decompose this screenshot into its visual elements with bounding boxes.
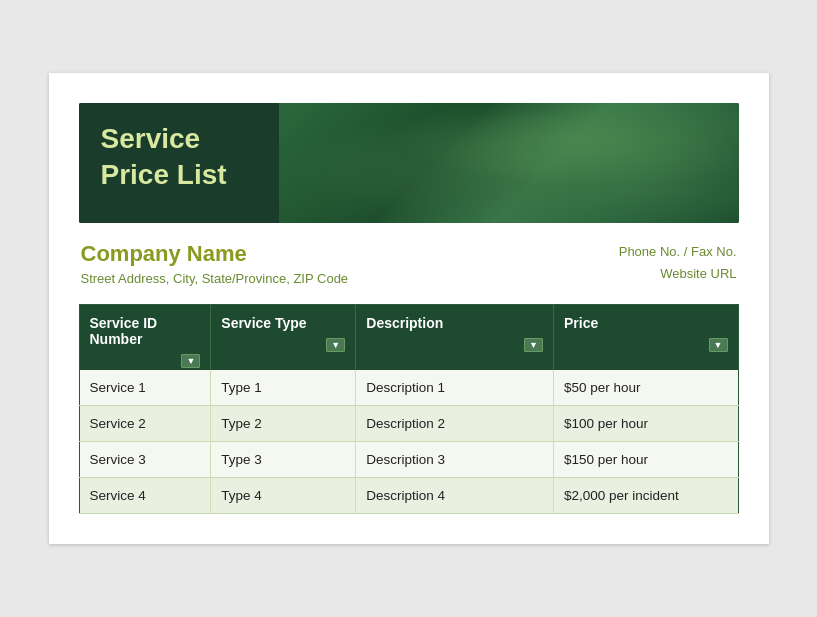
cell-id: Service 2: [79, 406, 211, 442]
table-row: Service 3Type 3Description 3$150 per hou…: [79, 442, 738, 478]
cell-type: Type 2: [211, 406, 356, 442]
company-name: Company Name: [81, 241, 349, 267]
cell-id: Service 1: [79, 370, 211, 406]
col-header-type: Service Type ▼: [211, 305, 356, 371]
page-container: Service Price List Company Name Street A…: [49, 73, 769, 544]
col-header-price: Price ▼: [553, 305, 738, 371]
cell-price: $150 per hour: [553, 442, 738, 478]
banner-line2: Price List: [101, 157, 227, 193]
company-right: Phone No. / Fax No. Website URL: [619, 241, 737, 285]
banner-background: [244, 103, 739, 223]
dropdown-type[interactable]: ▼: [326, 338, 345, 352]
cell-type: Type 3: [211, 442, 356, 478]
table-row: Service 1Type 1Description 1$50 per hour: [79, 370, 738, 406]
company-address: Street Address, City, State/Province, ZI…: [81, 271, 349, 286]
dropdown-desc[interactable]: ▼: [524, 338, 543, 352]
cell-description: Description 4: [356, 478, 554, 514]
banner-line1: Service: [101, 121, 227, 157]
banner-title: Service Price List: [101, 121, 227, 194]
banner: Service Price List: [79, 103, 739, 223]
cell-price: $50 per hour: [553, 370, 738, 406]
cell-description: Description 3: [356, 442, 554, 478]
table-row: Service 2Type 2Description 2$100 per hou…: [79, 406, 738, 442]
company-phone-fax: Phone No. / Fax No.: [619, 241, 737, 263]
cell-type: Type 1: [211, 370, 356, 406]
table-body: Service 1Type 1Description 1$50 per hour…: [79, 370, 738, 514]
dropdown-id[interactable]: ▼: [181, 354, 200, 368]
cell-id: Service 4: [79, 478, 211, 514]
cell-price: $100 per hour: [553, 406, 738, 442]
company-website: Website URL: [619, 263, 737, 285]
table-row: Service 4Type 4Description 4$2,000 per i…: [79, 478, 738, 514]
company-section: Company Name Street Address, City, State…: [79, 241, 739, 286]
company-left: Company Name Street Address, City, State…: [81, 241, 349, 286]
cell-type: Type 4: [211, 478, 356, 514]
table-header-row: Service ID Number ▼ Service Type ▼ Descr…: [79, 305, 738, 371]
dropdown-price[interactable]: ▼: [709, 338, 728, 352]
cell-description: Description 1: [356, 370, 554, 406]
col-header-id: Service ID Number ▼: [79, 305, 211, 371]
cell-description: Description 2: [356, 406, 554, 442]
service-table: Service ID Number ▼ Service Type ▼ Descr…: [79, 304, 739, 514]
cell-id: Service 3: [79, 442, 211, 478]
cell-price: $2,000 per incident: [553, 478, 738, 514]
col-header-desc: Description ▼: [356, 305, 554, 371]
